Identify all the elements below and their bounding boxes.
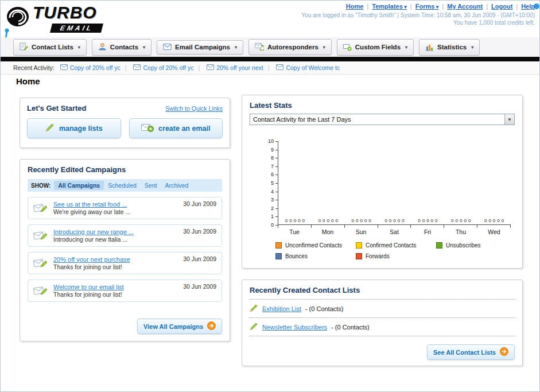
chevron-down-icon: ▾ [323, 45, 325, 50]
page-title: Home [16, 76, 40, 86]
recent-activity-item[interactable]: Copy of 20% off yc [60, 64, 121, 71]
campaign-row[interactable]: Welcome to our email listThanks for join… [28, 280, 222, 302]
x-axis-label: Tue [278, 228, 311, 235]
bar-value: 0 [393, 218, 395, 223]
campaign-date: 30 Jun 2009 [183, 283, 216, 290]
y-axis-label: 0 [263, 222, 274, 228]
recent-contact-lists-title: Recently Created Contact Lists [242, 280, 522, 299]
divider-bar [1, 57, 539, 61]
contact-list-item[interactable]: Newsletter Subscribers- (0 Contacts) [242, 318, 522, 336]
legend-label: Unconfirmed Contacts [285, 242, 342, 249]
campaign-row[interactable]: See us at the retail food ...We're givin… [28, 197, 222, 219]
contact-list-item[interactable]: Exhibition List- (0 Contacts) [242, 300, 522, 317]
bar-group-tue: 00000 [278, 141, 312, 224]
recent-activity-link[interactable]: Copy of 20% off yc [70, 64, 121, 71]
campaign-filter-archived[interactable]: Archived [161, 181, 192, 190]
legend-item-bounces: Bounces [275, 253, 356, 259]
top-link-my-account[interactable]: My Account [438, 3, 483, 10]
campaign-title-link[interactable]: See us at the retail food ... [53, 200, 130, 208]
chevron-down-icon: ▾ [235, 45, 237, 50]
campaign-text: Welcome to our email listThanks for join… [53, 283, 124, 299]
nav-tab-statistics[interactable]: Statistics▾ [419, 39, 480, 56]
campaign-date: 30 Jun 2009 [183, 200, 216, 207]
bar-value: 0 [502, 218, 504, 223]
top-link-help[interactable]: Help [512, 3, 535, 10]
recent-activity-link[interactable]: Copy of 20% off yc [143, 64, 193, 71]
campaign-title-link[interactable]: 20% off your next purchase [53, 255, 130, 263]
see-all-contact-lists-button[interactable]: See All Contact Lists [427, 344, 515, 360]
bar-value: 0 [484, 218, 487, 223]
pencil-icon [45, 123, 55, 134]
x-axis-label: Sat [378, 228, 411, 235]
recent-campaigns-panel: Recently Edited Campaigns SHOW: All Camp… [20, 159, 230, 341]
legend-item-forwards: Forwards [356, 253, 436, 259]
x-axis-label: Thu [444, 228, 477, 235]
campaign-text: Introducing our new range ...Introducing… [53, 228, 134, 244]
chevron-down-icon: ▾ [471, 45, 473, 50]
nav-tab-contacts[interactable]: Contacts▾ [92, 39, 151, 56]
manage-lists-button[interactable]: manage lists [27, 118, 121, 138]
nav-tab-autoresponders[interactable]: Autoresponders▾ [248, 39, 332, 55]
recent-contact-lists-panel: Recently Created Contact Lists Exhibitio… [242, 280, 523, 366]
recent-activity-link[interactable]: Copy of Welcome tc [286, 64, 340, 71]
campaign-subtitle: Introducing our new Italia ... [53, 236, 134, 244]
chevron-down-icon: ▼ [504, 114, 514, 125]
bar-value: 0 [460, 218, 462, 223]
bar-value: 0 [431, 218, 433, 223]
top-link-templates[interactable]: Templates [363, 3, 406, 10]
top-link-forms[interactable]: Forms [407, 3, 439, 10]
pencil-icon [250, 322, 258, 332]
x-axis-label: Mon [311, 228, 344, 235]
campaign-subtitle: We're giving away our late ... [53, 208, 130, 216]
campaign-filter-strip: SHOW: All CampaignsScheduledSentArchived [28, 179, 222, 192]
contact-list-link[interactable]: Exhibition List [262, 305, 301, 312]
bar-value: 0 [360, 218, 362, 223]
bar-value: 0 [302, 218, 305, 223]
y-axis-label: 3 [263, 197, 274, 203]
bar-value: 0 [331, 218, 333, 223]
campaign-title-link[interactable]: Introducing our new range ... [53, 228, 134, 236]
campaign-date: 30 Jun 2009 [183, 228, 216, 235]
switch-quick-links-link[interactable]: Switch to Quick Links [165, 105, 223, 112]
recent-activity-item[interactable]: Copy of Welcome tc [263, 64, 340, 71]
campaign-filter-scheduled[interactable]: Scheduled [104, 181, 141, 190]
bar-value-labels: 00000 [278, 218, 312, 223]
contact-list-detail: - (0 Contacts) [305, 305, 344, 312]
create-email-label: create an email [158, 125, 210, 133]
campaign-title-link[interactable]: Welcome to our email list [53, 283, 124, 291]
recent-activity-item[interactable]: 20% off your next [193, 64, 263, 71]
stats-period-select[interactable]: Contact Activity for the Last 7 Days ▼ [250, 114, 515, 125]
nav-tab-label: Custom Fields [355, 44, 401, 51]
credits-info: You have 1,000 total credits left. [301, 20, 535, 26]
y-axis-label: 6 [263, 172, 274, 177]
top-link-home[interactable]: Home [346, 3, 364, 10]
bar-value: 0 [435, 218, 437, 223]
bar-value: 0 [402, 218, 404, 223]
nav-tab-custom-fields[interactable]: Custom Fields▾ [337, 39, 414, 56]
campaign-filter-all-campaigns[interactable]: All Campaigns [54, 181, 104, 190]
create-email-button[interactable]: create an email [129, 118, 223, 138]
y-axis-label: 1 [263, 214, 274, 219]
contact-list-link[interactable]: Newsletter Subscribers [262, 324, 327, 331]
campaign-row[interactable]: 20% off your next purchaseThanks for joi… [28, 252, 222, 274]
bar-value-labels: 00000 [411, 218, 444, 223]
bar-group-sat: 00000 [378, 141, 411, 224]
bar-value: 0 [456, 218, 458, 223]
bar-value-labels: 00000 [444, 218, 477, 223]
campaign-filter-sent[interactable]: Sent [141, 181, 161, 190]
chart-x-axis: TueMonSunSatFriThuWed [278, 228, 511, 235]
view-all-campaigns-button[interactable]: View All Campaigns [137, 319, 222, 334]
nav-tab-email-campaigns[interactable]: Email Campaigns▾ [157, 40, 243, 55]
bar-value-labels: 00000 [312, 218, 345, 223]
legend-swatch [356, 253, 362, 259]
y-axis-label: 4 [263, 189, 274, 195]
login-info: You are logged in as "Timothy Smith" | S… [301, 12, 535, 18]
campaign-row[interactable]: Introducing our new range ...Introducing… [28, 224, 222, 247]
contacts-icon [98, 42, 107, 52]
recent-activity-item[interactable]: Copy of 20% off yc [121, 64, 194, 71]
latest-stats-panel: Latest Stats Contact Activity for the La… [242, 95, 523, 269]
recent-activity-link[interactable]: 20% off your next [216, 64, 263, 71]
top-link-logout[interactable]: Logout [483, 3, 512, 10]
statistics-icon [425, 42, 434, 52]
nav-tab-contact-lists[interactable]: Contact Lists▾ [13, 39, 87, 56]
